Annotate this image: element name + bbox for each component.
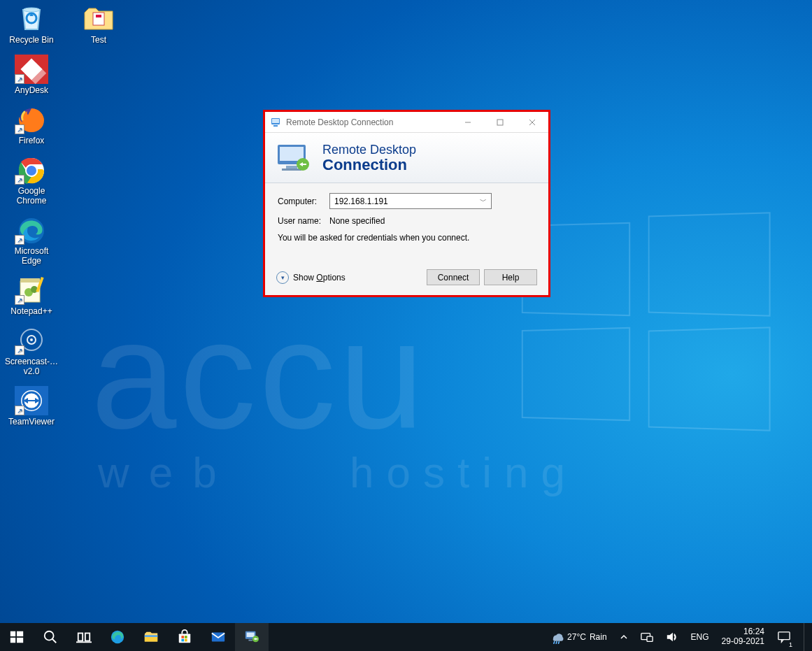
weather-cond: Rain bbox=[590, 632, 607, 642]
show-options-toggle[interactable]: ▾ Show Options bbox=[276, 271, 346, 284]
svg-point-0 bbox=[23, 8, 40, 12]
desktop-icon-notepadpp[interactable]: ↗ Notepad++ bbox=[4, 276, 59, 316]
shortcut-arrow-icon: ↗ bbox=[15, 295, 24, 305]
rdc-banner-line1: Remote Desktop bbox=[322, 143, 416, 157]
desktop-icon-anydesk[interactable]: ↗ AnyDesk bbox=[4, 55, 59, 95]
chevron-down-icon: ▾ bbox=[276, 271, 289, 284]
shortcut-arrow-icon: ↗ bbox=[15, 175, 24, 185]
desktop-icon-label: Test bbox=[91, 35, 106, 45]
svg-rect-32 bbox=[17, 631, 23, 636]
svg-rect-45 bbox=[185, 636, 187, 638]
svg-rect-20 bbox=[272, 119, 279, 123]
tray-language[interactable]: ENG bbox=[688, 623, 712, 651]
svg-rect-33 bbox=[10, 638, 15, 643]
svg-rect-3 bbox=[96, 15, 101, 17]
tray-network-icon[interactable] bbox=[638, 623, 656, 651]
help-button[interactable]: Help bbox=[484, 269, 537, 285]
chevron-down-icon: ﹀ bbox=[480, 196, 487, 206]
svg-rect-2 bbox=[93, 13, 104, 25]
taskbar-app-explorer[interactable] bbox=[134, 623, 168, 651]
taskbar-app-rdc[interactable] bbox=[235, 623, 269, 651]
weather-temp: 27°C bbox=[567, 632, 586, 642]
close-button[interactable] bbox=[516, 112, 548, 133]
action-center-button[interactable]: 1 bbox=[774, 623, 794, 651]
watermark-web: web bbox=[98, 448, 236, 497]
taskbar-app-store[interactable] bbox=[168, 623, 201, 651]
desktop: accu web hosting Recycle Bin bbox=[0, 0, 812, 623]
shortcut-arrow-icon: ↗ bbox=[15, 124, 24, 134]
desktop-icon-label: TeamViewer bbox=[8, 417, 55, 427]
desktop-icon-label: Recycle Bin bbox=[9, 35, 53, 45]
svg-line-53 bbox=[554, 642, 555, 644]
tray-volume-icon[interactable] bbox=[663, 623, 681, 651]
show-options-label: Show Options bbox=[293, 273, 346, 282]
connect-button[interactable]: Connect bbox=[427, 269, 480, 285]
shortcut-arrow-icon: ↗ bbox=[15, 406, 24, 415]
taskbar-app-edge[interactable] bbox=[101, 623, 134, 651]
search-button[interactable] bbox=[34, 623, 67, 651]
rdc-banner-line2: Connection bbox=[322, 157, 416, 173]
shortcut-arrow-icon: ↗ bbox=[15, 345, 24, 355]
taskbar-app-mail[interactable] bbox=[201, 623, 235, 651]
desktop-icon-label: AnyDesk bbox=[15, 85, 48, 95]
svg-rect-46 bbox=[181, 639, 184, 642]
svg-rect-50 bbox=[247, 633, 255, 637]
svg-point-35 bbox=[45, 631, 54, 641]
task-view-button[interactable] bbox=[67, 623, 101, 651]
username-label: User name: bbox=[278, 216, 329, 226]
desktop-icon-screencast[interactable]: ↗ Screencast-… v2.0 bbox=[4, 326, 59, 376]
anydesk-icon: ↗ bbox=[15, 55, 48, 84]
rdc-window: Remote Desktop Connection bbox=[263, 110, 550, 297]
desktop-icon-firefox[interactable]: ↗ Firefox bbox=[4, 105, 59, 145]
rdc-title: Remote Desktop Connection bbox=[286, 117, 452, 127]
watermark-hosting: hosting bbox=[350, 448, 578, 497]
rdc-titlebar[interactable]: Remote Desktop Connection bbox=[265, 112, 548, 133]
rdc-banner-icon bbox=[275, 142, 313, 174]
tray-clock[interactable]: 16:24 29-09-2021 bbox=[719, 623, 767, 651]
computer-value: 192.168.1.191 bbox=[334, 196, 388, 206]
folder-icon bbox=[82, 4, 115, 34]
clock-time: 16:24 bbox=[722, 627, 764, 637]
start-button[interactable] bbox=[0, 623, 34, 651]
shortcut-arrow-icon: ↗ bbox=[15, 235, 24, 245]
notification-count: 1 bbox=[789, 641, 792, 648]
desktop-icon-label: Google Chrome bbox=[4, 186, 59, 206]
computer-combobox[interactable]: 192.168.1.191 ﹀ bbox=[329, 193, 492, 209]
desktop-icon-teamviewer[interactable]: ↗ TeamViewer bbox=[4, 386, 59, 427]
desktop-icon-edge[interactable]: ↗ Microsoft Edge bbox=[4, 215, 59, 266]
svg-rect-23 bbox=[497, 120, 503, 125]
desktop-icon-chrome[interactable]: ↗ Google Chrome bbox=[4, 155, 59, 206]
svg-rect-57 bbox=[647, 636, 653, 641]
clock-date: 29-09-2021 bbox=[722, 637, 764, 647]
desktop-icon-label: Microsoft Edge bbox=[4, 246, 59, 266]
notepadpp-icon: ↗ bbox=[15, 276, 48, 305]
svg-rect-34 bbox=[17, 638, 23, 643]
svg-rect-47 bbox=[185, 639, 187, 642]
screencast-icon: ↗ bbox=[15, 326, 48, 355]
maximize-button[interactable] bbox=[484, 112, 516, 133]
desktop-icon-recycle-bin[interactable]: Recycle Bin bbox=[4, 4, 59, 45]
svg-rect-51 bbox=[248, 640, 252, 641]
tray-overflow-button[interactable] bbox=[617, 623, 631, 651]
desktop-icon-label: Notepad++ bbox=[10, 306, 52, 316]
minimize-button[interactable] bbox=[452, 112, 484, 133]
taskbar: 27°C Rain ENG 16:24 29-09-2021 bbox=[0, 623, 812, 651]
desktop-icon-test-folder[interactable]: Test bbox=[71, 4, 126, 45]
svg-line-55 bbox=[559, 642, 560, 644]
svg-rect-44 bbox=[181, 636, 184, 638]
recycle-bin-icon bbox=[15, 4, 48, 34]
weather-widget[interactable]: 27°C Rain bbox=[547, 623, 610, 651]
svg-rect-28 bbox=[286, 166, 297, 169]
svg-rect-42 bbox=[145, 635, 157, 637]
username-value: None specified bbox=[329, 216, 385, 226]
svg-rect-31 bbox=[10, 631, 15, 636]
svg-rect-21 bbox=[273, 125, 278, 127]
chrome-icon: ↗ bbox=[15, 155, 48, 185]
shortcut-arrow-icon: ↗ bbox=[15, 74, 24, 84]
desktop-icon-label: Screencast-… v2.0 bbox=[4, 357, 59, 376]
show-desktop-button[interactable] bbox=[804, 623, 808, 651]
edge-icon: ↗ bbox=[15, 215, 48, 245]
teamviewer-icon: ↗ bbox=[15, 386, 48, 415]
svg-rect-58 bbox=[778, 632, 790, 640]
rdc-app-icon bbox=[271, 117, 282, 128]
